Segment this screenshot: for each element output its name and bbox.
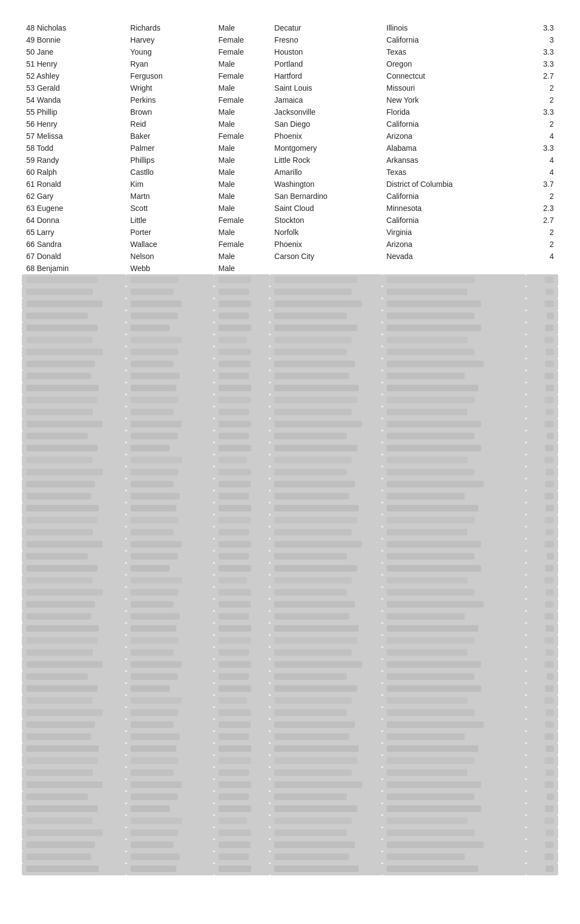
cell-10-1: Palmer bbox=[126, 142, 214, 154]
blurred-cell-16-1 bbox=[126, 467, 214, 479]
cell-5-5: 2 bbox=[526, 82, 558, 94]
blurred-cell-8-2 bbox=[214, 370, 270, 382]
blurred-cell-22-2 bbox=[214, 539, 270, 551]
cell-3-4: Oregon bbox=[382, 58, 526, 70]
blurred-cell-42-1 bbox=[126, 779, 214, 791]
blurred-row bbox=[22, 731, 558, 743]
blurred-cell-34-3 bbox=[270, 683, 382, 695]
blurred-cell-1-5 bbox=[526, 286, 558, 298]
cell-8-3: San Diego bbox=[270, 118, 382, 130]
cell-17-3: Norfolk bbox=[270, 226, 382, 238]
cell-7-5: 3.3 bbox=[526, 106, 558, 118]
table-row: 60 RalphCastlloMaleAmarilloTexas4 bbox=[22, 166, 558, 178]
blurred-cell-16-3 bbox=[270, 467, 382, 479]
blurred-cell-17-5 bbox=[526, 479, 558, 491]
cell-14-5: 2 bbox=[526, 190, 558, 202]
blurred-cell-24-5 bbox=[526, 563, 558, 575]
blurred-cell-4-0 bbox=[22, 322, 126, 334]
blurred-cell-18-3 bbox=[270, 491, 382, 503]
blurred-row bbox=[22, 707, 558, 719]
blurred-cell-27-1 bbox=[126, 599, 214, 611]
cell-8-4: California bbox=[382, 118, 526, 130]
blurred-row bbox=[22, 346, 558, 358]
blurred-cell-41-2 bbox=[214, 767, 270, 779]
blurred-row bbox=[22, 539, 558, 551]
cell-20-1: Webb bbox=[126, 262, 214, 274]
cell-20-5 bbox=[526, 262, 558, 274]
blurred-cell-49-5 bbox=[526, 863, 558, 875]
blurred-row bbox=[22, 791, 558, 803]
cell-16-1: Little bbox=[126, 214, 214, 226]
data-table: 48 NicholasRichardsMaleDecaturIllinois3.… bbox=[22, 22, 558, 875]
blurred-cell-13-2 bbox=[214, 431, 270, 443]
blurred-cell-23-4 bbox=[382, 551, 526, 563]
cell-2-4: Texas bbox=[382, 46, 526, 58]
blurred-cell-15-3 bbox=[270, 455, 382, 467]
blurred-cell-26-4 bbox=[382, 587, 526, 599]
cell-11-4: Arkansas bbox=[382, 154, 526, 166]
blurred-cell-21-1 bbox=[126, 527, 214, 539]
blurred-cell-43-2 bbox=[214, 791, 270, 803]
blurred-cell-20-4 bbox=[382, 515, 526, 527]
blurred-cell-39-4 bbox=[382, 743, 526, 755]
blurred-cell-21-0 bbox=[22, 527, 126, 539]
blurred-cell-35-1 bbox=[126, 695, 214, 707]
cell-1-3: Fresno bbox=[270, 34, 382, 46]
blurred-cell-7-3 bbox=[270, 358, 382, 370]
blurred-cell-35-3 bbox=[270, 695, 382, 707]
blurred-cell-3-4 bbox=[382, 310, 526, 322]
cell-19-1: Nelson bbox=[126, 250, 214, 262]
blurred-cell-23-1 bbox=[126, 551, 214, 563]
blurred-row bbox=[22, 334, 558, 346]
table-row: 49 BonnieHarveyFemaleFresnoCalifornia3 bbox=[22, 34, 558, 46]
blurred-cell-20-3 bbox=[270, 515, 382, 527]
blurred-cell-47-0 bbox=[22, 839, 126, 851]
cell-6-3: Jamaica bbox=[270, 94, 382, 106]
blurred-cell-19-5 bbox=[526, 503, 558, 515]
blurred-cell-17-4 bbox=[382, 479, 526, 491]
cell-1-1: Harvey bbox=[126, 34, 214, 46]
table-row: 64 DonnaLittleFemaleStocktonCalifornia2.… bbox=[22, 214, 558, 226]
cell-0-1: Richards bbox=[126, 22, 214, 34]
blurred-cell-2-5 bbox=[526, 298, 558, 310]
blurred-cell-7-5 bbox=[526, 358, 558, 370]
table-row: 58 ToddPalmerMaleMontgomeryAlabama3.3 bbox=[22, 142, 558, 154]
blurred-cell-30-3 bbox=[270, 635, 382, 647]
blurred-row bbox=[22, 491, 558, 503]
blurred-cell-16-5 bbox=[526, 467, 558, 479]
blurred-cell-10-3 bbox=[270, 395, 382, 407]
blurred-cell-22-5 bbox=[526, 539, 558, 551]
blurred-cell-44-1 bbox=[126, 803, 214, 815]
blurred-cell-47-1 bbox=[126, 839, 214, 851]
blurred-row bbox=[22, 370, 558, 382]
cell-16-0: 64 Donna bbox=[22, 214, 126, 226]
blurred-row bbox=[22, 274, 558, 286]
blurred-cell-25-0 bbox=[22, 575, 126, 587]
blurred-cell-8-3 bbox=[270, 370, 382, 382]
blurred-row bbox=[22, 635, 558, 647]
cell-10-3: Montgomery bbox=[270, 142, 382, 154]
blurred-row bbox=[22, 431, 558, 443]
blurred-cell-41-0 bbox=[22, 767, 126, 779]
blurred-row bbox=[22, 479, 558, 491]
table-row: 59 RandyPhillipsMaleLittle RockArkansas4 bbox=[22, 154, 558, 166]
blurred-cell-17-0 bbox=[22, 479, 126, 491]
cell-10-5: 3.3 bbox=[526, 142, 558, 154]
cell-12-4: Texas bbox=[382, 166, 526, 178]
blurred-cell-43-4 bbox=[382, 791, 526, 803]
blurred-cell-34-2 bbox=[214, 683, 270, 695]
blurred-cell-30-0 bbox=[22, 635, 126, 647]
blurred-cell-37-5 bbox=[526, 719, 558, 731]
cell-5-3: Saint Louis bbox=[270, 82, 382, 94]
cell-12-0: 60 Ralph bbox=[22, 166, 126, 178]
blurred-cell-31-3 bbox=[270, 647, 382, 659]
blurred-cell-40-2 bbox=[214, 755, 270, 767]
blurred-cell-43-5 bbox=[526, 791, 558, 803]
blurred-cell-18-5 bbox=[526, 491, 558, 503]
blurred-cell-10-1 bbox=[126, 395, 214, 407]
cell-20-2: Male bbox=[214, 262, 270, 274]
blurred-cell-17-2 bbox=[214, 479, 270, 491]
cell-2-0: 50 Jane bbox=[22, 46, 126, 58]
cell-16-4: California bbox=[382, 214, 526, 226]
cell-5-2: Male bbox=[214, 82, 270, 94]
